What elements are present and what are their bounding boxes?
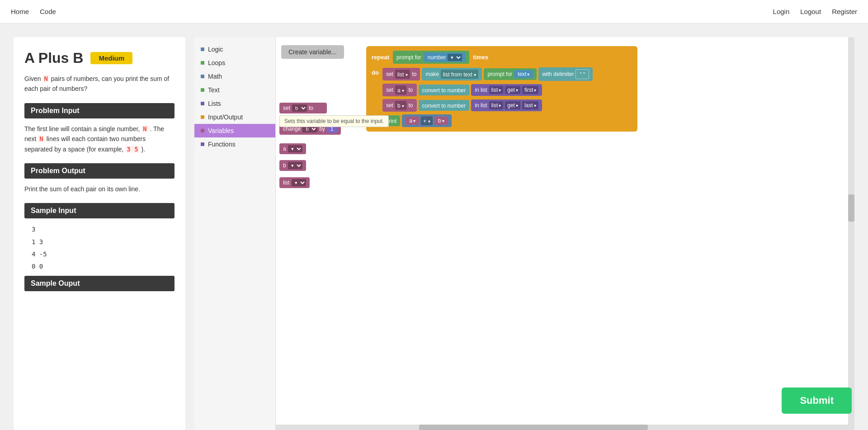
get-arrow-b: ▾ (516, 103, 518, 108)
sample-input-data: 3 1 3 4 -5 0 0 (32, 224, 175, 272)
prompt-for-number-block[interactable]: prompt for number ▾ (393, 51, 469, 64)
get-label-a: get (507, 87, 515, 93)
b-print-arrow: ▾ (442, 118, 444, 123)
blockly-workspace: Create variable... set b to Sets this va… (276, 37, 854, 430)
last-arrow: ▾ (534, 103, 536, 108)
plus-operator[interactable]: + ▾ (421, 116, 433, 125)
repeat-label: repeat (372, 54, 389, 61)
delimiter-value[interactable]: " " (576, 69, 589, 79)
toolbox-text-label: Text (208, 86, 220, 94)
convert-to-number-block-b[interactable]: convert to number (419, 100, 470, 111)
toolbox-loops[interactable]: Loops (194, 56, 275, 70)
toolbox-inputoutput[interactable]: Input/Output (194, 110, 275, 124)
b-var-label: b (397, 103, 401, 109)
toolbox-lists-label: Lists (208, 100, 221, 107)
a-var-select[interactable]: a ▾ (395, 85, 407, 95)
set-a-block[interactable]: set a ▾ to (382, 84, 417, 96)
problem-output-text: Print the sum of each pair on its own li… (24, 184, 175, 194)
print-row: print a ▾ + (382, 114, 593, 127)
nav-login[interactable]: Login (773, 8, 790, 15)
plus-label: + (423, 118, 426, 124)
nav-register[interactable]: Register (832, 8, 857, 15)
blockly-panel: Logic Loops Math Text Lists (194, 37, 854, 430)
var-a-block[interactable]: a ▾ (279, 143, 306, 154)
repeat-block: repeat prompt for number ▾ times (366, 46, 637, 132)
toolbox-text[interactable]: Text (194, 83, 275, 97)
set-a-label: set (386, 87, 393, 93)
set-list-row: set list ▾ to mak (382, 67, 593, 81)
navbar: Home Code Login Logout Register (0, 0, 868, 24)
prompt-for-text-block[interactable]: prompt for text ▾ (484, 68, 537, 80)
list-from-text-label: list from text (443, 71, 472, 78)
b-var-select[interactable]: b ▾ (395, 101, 407, 110)
list-var-a-label: list (491, 87, 498, 93)
difficulty-badge: Medium (90, 52, 132, 64)
set-b-dropdown[interactable]: b (292, 104, 307, 112)
horizontal-scrollbar[interactable] (276, 425, 848, 430)
make-list-from-text-block[interactable]: make list from text ▾ (422, 68, 482, 80)
horizontal-scrollbar-thumb[interactable] (419, 425, 648, 430)
var-b-block[interactable]: b ▾ (279, 160, 306, 171)
get-label-b: get (507, 102, 515, 109)
convert-to-number-block-a[interactable]: convert to number (419, 85, 470, 95)
toolbox-inputoutput-label: Input/Output (208, 113, 243, 121)
logic-dot (201, 47, 204, 51)
set-a-to-label: to (408, 87, 413, 93)
in-list-get-first-block[interactable]: in list list ▾ get ▾ (471, 84, 542, 96)
vertical-scrollbar[interactable] (848, 37, 854, 430)
list-dropdown-arrow: ▾ (406, 72, 408, 77)
to-label: to (309, 105, 313, 111)
times-label: times (473, 54, 488, 61)
set-b-input-socket (315, 105, 323, 111)
var-list-dropdown[interactable]: ▾ (292, 179, 306, 186)
a-plus-b-block[interactable]: a ▾ + ▾ b (402, 114, 451, 127)
var-list-block[interactable]: list ▾ (279, 177, 310, 188)
toolbox-lists[interactable]: Lists (194, 97, 275, 110)
problem-input-header: Problem Input (24, 103, 175, 118)
var-list-label: list (283, 180, 290, 186)
var-b-dropdown[interactable]: ▾ (288, 162, 302, 169)
toolbox-functions[interactable]: Functions (194, 137, 275, 151)
last-select[interactable]: last ▾ (522, 101, 538, 109)
list-var-b-select[interactable]: list ▾ (489, 101, 504, 109)
text-type-arrow: ▾ (527, 72, 529, 77)
list-from-text-select[interactable]: list from text ▾ (441, 70, 479, 79)
convert-to-number-label-b: convert to number (422, 103, 466, 109)
toolbox-loops-label: Loops (208, 59, 225, 66)
variables-dot (201, 129, 204, 132)
var-a-dropdown[interactable]: ▾ (288, 145, 302, 152)
set-list-block[interactable]: set list ▾ to (382, 68, 420, 80)
list-var-a-select[interactable]: list ▾ (489, 86, 504, 94)
set-b-label: set (386, 102, 393, 109)
in-list-get-last-block[interactable]: in list list ▾ get ▾ (471, 99, 542, 111)
b-var-print[interactable]: b ▾ (434, 117, 448, 125)
number-type-block[interactable]: number ▾ (424, 52, 466, 62)
math-dot (201, 75, 204, 78)
first-select[interactable]: first ▾ (522, 86, 538, 94)
nav-home[interactable]: Home (11, 8, 29, 15)
a-var-print[interactable]: a ▾ (406, 117, 419, 125)
nav-code[interactable]: Code (40, 8, 56, 15)
create-variable-button[interactable]: Create variable... (281, 45, 344, 59)
list-var-b-label: list (491, 102, 498, 109)
get-select-b[interactable]: get ▾ (505, 101, 520, 109)
scrollbar-thumb[interactable] (848, 194, 854, 222)
toolbox-logic[interactable]: Logic (194, 43, 275, 56)
get-select-a[interactable]: get ▾ (505, 86, 520, 94)
delimiter-text: " " (580, 71, 585, 78)
set-b-to-block[interactable]: set b to Sets this variable to be equal … (279, 103, 327, 113)
text-type-block[interactable]: text ▾ (514, 70, 533, 78)
list-var-a-arrow: ▾ (499, 88, 501, 93)
set-b-block[interactable]: set b ▾ to (382, 99, 417, 112)
list-var-select[interactable]: list ▾ (395, 70, 410, 79)
with-delimiter-label: with delimiter (542, 71, 574, 77)
loops-dot (201, 61, 204, 65)
number-type-dropdown[interactable]: ▾ (448, 54, 462, 61)
toolbox-variables[interactable]: Variables (194, 124, 275, 137)
toolbox-math[interactable]: Math (194, 70, 275, 83)
problem-title: A Plus B (24, 50, 83, 66)
nav-logout[interactable]: Logout (800, 8, 821, 15)
toolbox-functions-label: Functions (208, 141, 236, 148)
first-arrow: ▾ (534, 88, 536, 93)
submit-button[interactable]: Submit (782, 387, 852, 414)
